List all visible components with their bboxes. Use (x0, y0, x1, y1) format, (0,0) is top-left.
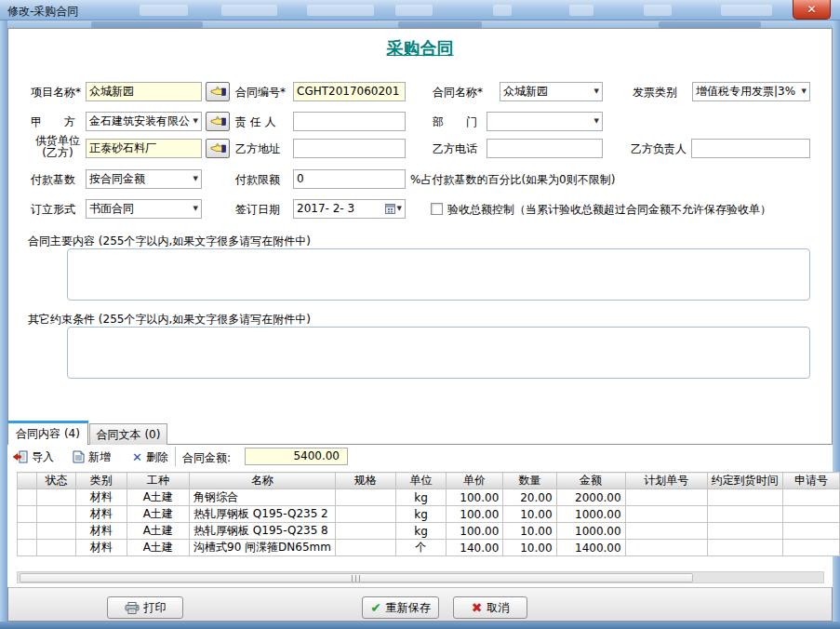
party-a-pick-button[interactable] (206, 112, 230, 131)
pointing-hand-icon (210, 115, 226, 127)
sign-date-picker[interactable]: 2017- 2- 3 ▼ (293, 199, 406, 219)
scrollbar-thumb[interactable] (20, 573, 693, 582)
import-button[interactable]: 导入 (13, 448, 54, 466)
contract-no-input[interactable]: CGHT2017060201 (293, 82, 406, 101)
main-content-textarea[interactable] (67, 248, 810, 301)
sign-date-value: 2017- 2- 3 (297, 200, 385, 218)
party-a-value: 金石建筑安装有限公 (89, 113, 192, 130)
table-cell: 材料 (75, 523, 127, 540)
contract-amount-field[interactable]: 5400.00 (245, 448, 348, 465)
party-b-address-label: 乙方地址 (235, 140, 280, 158)
page-title: 采购合同 (8, 37, 832, 60)
delete-button[interactable]: ✕ 删除 (132, 448, 168, 466)
table-cell (37, 523, 76, 540)
table-cell: 材料 (75, 489, 127, 506)
table-cell (782, 506, 839, 523)
pointing-hand-icon (210, 142, 226, 154)
background-window-blur (91, 21, 203, 28)
column-header[interactable]: 单位 (396, 473, 447, 489)
project-name-input[interactable]: 众城新园 (86, 82, 202, 101)
table-cell: 角钢综合 (190, 489, 336, 506)
chevron-down-icon: ▼ (802, 83, 807, 100)
project-pick-button[interactable] (206, 82, 230, 101)
acceptance-control-checkbox[interactable] (431, 203, 443, 215)
add-button[interactable]: 新增 (73, 448, 111, 466)
form-type-select[interactable]: 书面合同 ▼ (86, 199, 202, 219)
import-label: 导入 (32, 449, 54, 465)
table-row[interactable]: 材料A土建沟槽式90 闸渫箍DN65mm个140.0010.001400.00 (18, 540, 840, 556)
column-header[interactable]: 申请号 (782, 473, 839, 489)
table-cell (625, 489, 707, 506)
other-terms-textarea[interactable] (67, 327, 810, 379)
payment-limit-input[interactable]: 0 (293, 169, 406, 189)
column-header[interactable]: 金额 (556, 473, 625, 489)
sign-date-label: 签订日期 (235, 200, 280, 219)
table-row[interactable]: 材料A土建角钢综合kg100.0020.002000.00 (18, 489, 840, 506)
table-cell: 沟槽式90 闸渫箍DN65mm (190, 540, 336, 556)
column-header[interactable] (18, 473, 37, 489)
column-header[interactable]: 数量 (503, 473, 556, 489)
responsible-label: 责 任 人 (235, 113, 276, 131)
modify-purchase-contract-dialog: 修改-采购合同 ✕ 采购合同 项目名称* 众城新园 合同编号* CGHT2017… (0, 0, 840, 629)
table-cell: 1000.00 (556, 523, 625, 540)
responsible-input[interactable] (293, 112, 406, 131)
chevron-down-icon: ▼ (594, 113, 599, 130)
add-label: 新增 (88, 449, 111, 465)
column-header[interactable]: 约定到货时间 (707, 473, 782, 489)
background-bottom-edge (0, 622, 840, 629)
invoice-type-select[interactable]: 增值税专用发票|3% ▼ (692, 82, 810, 101)
invoice-type-value: 增值税专用发票|3% (696, 83, 800, 100)
check-icon: ✔ (370, 601, 381, 614)
supplier-label-line1: 供货单位 (35, 134, 80, 147)
save-button[interactable]: ✔ 重新保存 (362, 596, 439, 619)
table-cell: 热轧厚钢板 Q195-Q235 2 (190, 506, 336, 523)
column-header[interactable]: 计划单号 (625, 473, 707, 489)
column-header[interactable]: 规格 (335, 473, 395, 489)
contract-name-label: 合同名称* (433, 83, 483, 101)
table-row[interactable]: 材料A土建热轧厚钢板 Q195-Q235 8kg100.0010.001000.… (18, 523, 840, 540)
chevron-down-icon: ▼ (193, 200, 198, 218)
table-cell (37, 489, 76, 506)
close-button[interactable]: ✕ (793, 0, 831, 20)
background-gap (7, 20, 833, 28)
background-window-blur (659, 21, 761, 28)
table-cell: 10.00 (503, 523, 556, 540)
supplier-pick-button[interactable] (206, 139, 230, 158)
payment-limit-hint: %占付款基数的百分比(如果为0则不限制) (410, 170, 615, 189)
party-a-select[interactable]: 金石建筑安装有限公 ▼ (86, 112, 202, 131)
table-cell (37, 506, 76, 523)
table-cell: 100.00 (446, 489, 502, 506)
column-header[interactable]: 名称 (190, 473, 336, 489)
table-row[interactable]: 材料A土建热轧厚钢板 Q195-Q235 2kg100.0010.001000.… (18, 506, 840, 523)
table-cell: 1400.00 (556, 540, 625, 556)
background-window-blur (493, 5, 512, 16)
tab-contract-text[interactable]: 合同文本 (0) (89, 423, 167, 445)
supplier-input[interactable]: 正泰砂石料厂 (86, 139, 202, 158)
save-label: 重新保存 (386, 600, 431, 616)
contract-name-select[interactable]: 众城新园 ▼ (500, 82, 603, 101)
table-cell (707, 506, 782, 523)
table-cell: 材料 (75, 540, 127, 556)
cancel-label: 取消 (487, 600, 509, 616)
background-window-blur (398, 21, 482, 28)
tab-contract-content[interactable]: 合同内容 (4) (7, 421, 88, 445)
payment-base-select[interactable]: 按合同金额 ▼ (86, 169, 202, 189)
party-b-address-input[interactable] (293, 139, 406, 158)
department-select[interactable]: ▼ (487, 112, 603, 131)
column-header[interactable]: 类别 (75, 473, 127, 489)
table-cell (18, 523, 37, 540)
table-cell (782, 540, 839, 556)
cancel-button[interactable]: ✖ 取消 (453, 596, 527, 619)
items-table: 状态类别工种名称规格单位单价数量金额计划单号约定到货时间申请号材料A土建角钢综合… (17, 472, 840, 556)
table-cell: 2000.00 (556, 489, 625, 506)
chevron-down-icon: ▼ (594, 83, 599, 100)
column-header[interactable]: 工种 (127, 473, 189, 489)
print-button[interactable]: 打印 (107, 596, 183, 619)
party-b-contact-input[interactable] (691, 139, 810, 158)
payment-base-label: 付款基数 (31, 170, 75, 189)
column-header[interactable]: 单价 (446, 473, 502, 489)
column-header[interactable]: 状态 (37, 473, 76, 489)
horizontal-scrollbar[interactable] (17, 571, 824, 583)
items-grid: 状态类别工种名称规格单位单价数量金额计划单号约定到货时间申请号材料A土建角钢综合… (17, 472, 840, 556)
party-b-phone-input[interactable] (487, 139, 603, 158)
